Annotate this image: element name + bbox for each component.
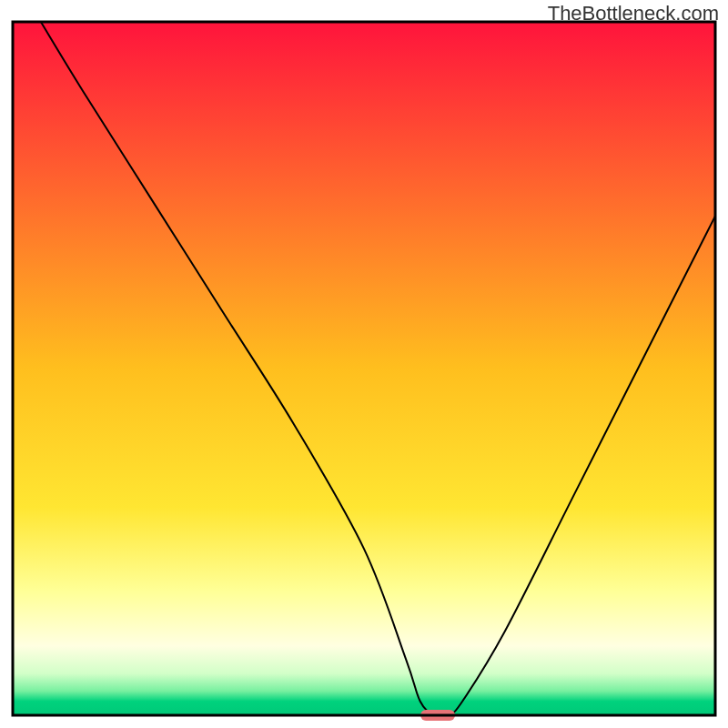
gradient-background <box>13 22 715 715</box>
bottleneck-chart <box>0 0 728 728</box>
chart-container: TheBottleneck.com <box>0 0 728 728</box>
watermark-text: TheBottleneck.com <box>548 2 719 25</box>
